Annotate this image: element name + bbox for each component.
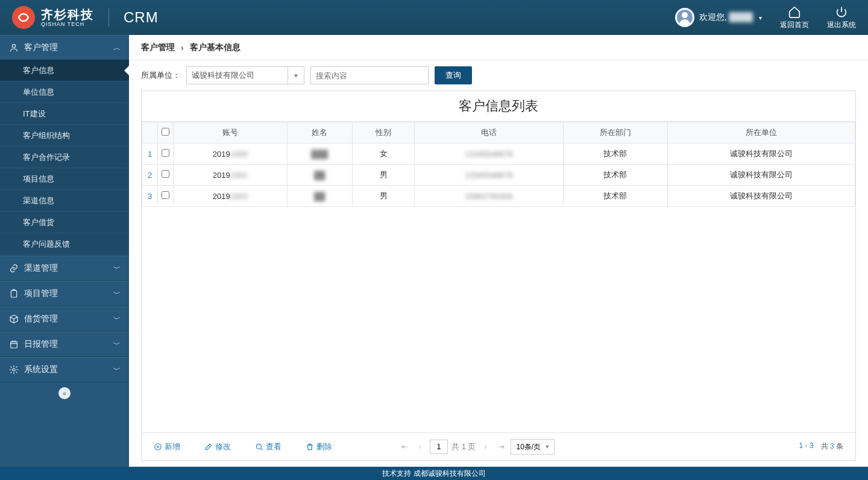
cell-unit: 诚骏科技有限公司 [667, 144, 855, 165]
pager-last[interactable]: ⇥ [495, 441, 507, 453]
row-index: 2 [142, 165, 158, 186]
sidebar-group-channel[interactable]: 渠道管理﹀ [0, 256, 129, 280]
chevron-right-icon: › [181, 43, 184, 52]
cell-name: ███ [287, 144, 352, 165]
double-chevron-left-icon: « [63, 390, 66, 397]
sidebar-group-borrow[interactable]: 借货管理﹀ [0, 307, 129, 331]
sidebar-group-label: 项目管理 [24, 288, 58, 299]
col-unit: 所在单位 [667, 122, 855, 144]
pager: ⇤ ‹ 共 1 页 › ⇥ 10条/页 [398, 439, 555, 455]
breadcrumb-root[interactable]: 客户管理 [141, 42, 175, 53]
search-icon [255, 443, 263, 451]
search-input[interactable] [310, 66, 429, 84]
col-name: 姓名 [287, 122, 352, 144]
home-button[interactable]: 返回首页 [780, 5, 809, 30]
sidebar-item-customer-info[interactable]: 客户信息 [0, 60, 129, 81]
sidebar-item-label: 单位信息 [23, 87, 54, 98]
sidebar-group-label: 日报管理 [24, 339, 58, 350]
logo-separator [108, 8, 109, 27]
svg-point-0 [12, 45, 15, 48]
cell-unit: 诚骏科技有限公司 [667, 165, 855, 186]
pager-pagesize-select[interactable]: 10条/页 [511, 439, 555, 455]
table-row[interactable]: 320191003██男15982760306技术部诚骏科技有限公司 [142, 186, 855, 207]
welcome-dropdown[interactable]: 欢迎您, ████ ▾ [675, 8, 762, 27]
user-icon [8, 43, 19, 52]
pager-page-input[interactable] [430, 440, 448, 454]
logo-text-cn: 齐杉科技 [41, 8, 94, 21]
welcome-prefix: 欢迎您, [699, 12, 727, 22]
sidebar-item-coop-record[interactable]: 客户合作记录 [0, 147, 129, 168]
sidebar-item-label: 客户信息 [23, 65, 54, 76]
sidebar-group-project[interactable]: 项目管理﹀ [0, 282, 129, 306]
add-button[interactable]: 新增 [154, 441, 180, 452]
chevron-down-icon: ﹀ [113, 339, 121, 350]
sidebar-item-label: IT建设 [23, 109, 46, 119]
cell-phone: 13345546678 [415, 165, 563, 186]
filter-toolbar: 所属单位： 诚骏科技有限公司 ▼ 查询 [129, 60, 868, 90]
welcome-username: ████ [729, 12, 753, 22]
sidebar-group-customer[interactable]: 客户管理 ︿ [0, 36, 129, 60]
col-index [142, 122, 158, 144]
sidebar: 客户管理 ︿ 客户信息 单位信息 IT建设 客户组织结构 客户合作记录 项目信息… [0, 35, 129, 467]
cell-name: ██ [287, 165, 352, 186]
box-icon [8, 314, 19, 324]
row-checkbox[interactable] [162, 191, 169, 199]
cell-phone: 15982760306 [415, 186, 563, 207]
clipboard-icon [8, 289, 19, 298]
cell-unit: 诚骏科技有限公司 [667, 186, 855, 207]
home-label: 返回首页 [780, 20, 809, 30]
cell-dept: 技术部 [563, 144, 667, 165]
sidebar-group-label: 系统设置 [24, 364, 58, 375]
sidebar-group-label: 借货管理 [24, 314, 58, 324]
row-index: 3 [142, 186, 158, 207]
cell-account: 20191003 [174, 186, 288, 207]
sidebar-item-label: 客户问题反馈 [23, 239, 70, 250]
sidebar-collapse-button[interactable]: « [58, 387, 71, 399]
sidebar-item-label: 客户合作记录 [23, 152, 70, 163]
table-row[interactable]: 120191005███女13345546678技术部诚骏科技有限公司 [142, 144, 855, 165]
row-checkbox[interactable] [162, 170, 169, 178]
gear-icon [8, 365, 19, 374]
sidebar-item-label: 项目信息 [23, 174, 54, 185]
chevron-down-icon: ▾ [759, 14, 762, 21]
query-button[interactable]: 查询 [435, 66, 472, 84]
svg-point-5 [256, 444, 261, 449]
sidebar-group-label: 渠道管理 [24, 263, 58, 274]
logo-icon [12, 6, 35, 29]
pager-next[interactable]: › [479, 441, 491, 453]
pager-first[interactable]: ⇤ [398, 441, 410, 453]
cell-phone: 13345546678 [415, 144, 563, 165]
sidebar-item-channel-info[interactable]: 渠道信息 [0, 190, 129, 212]
sidebar-item-unit-info[interactable]: 单位信息 [0, 81, 129, 103]
chevron-down-icon: ﹀ [113, 365, 121, 375]
col-checkbox-header [158, 122, 174, 144]
sidebar-group-report[interactable]: 日报管理﹀ [0, 332, 129, 356]
col-phone: 电话 [415, 122, 563, 144]
logout-label: 退出系统 [827, 20, 856, 30]
edit-label: 修改 [215, 441, 231, 452]
unit-select[interactable]: 诚骏科技有限公司 ▼ [186, 66, 304, 84]
sidebar-group-settings[interactable]: 系统设置﹀ [0, 358, 129, 382]
select-all-checkbox[interactable] [162, 128, 169, 136]
delete-button[interactable]: 删除 [306, 441, 332, 452]
sidebar-item-project-info[interactable]: 项目信息 [0, 168, 129, 190]
logout-button[interactable]: 退出系统 [827, 5, 856, 30]
row-index: 1 [142, 144, 158, 165]
edit-button[interactable]: 修改 [204, 441, 231, 452]
pager-prev[interactable]: ‹ [414, 441, 426, 453]
cell-name: ██ [287, 186, 352, 207]
calendar-icon [8, 339, 19, 349]
sidebar-item-feedback[interactable]: 客户问题反馈 [0, 233, 129, 255]
cell-gender: 女 [352, 144, 415, 165]
sidebar-item-org-struct[interactable]: 客户组织结构 [0, 125, 129, 147]
table-row[interactable]: 220191001██男13345546678技术部诚骏科技有限公司 [142, 165, 855, 186]
sidebar-item-label: 渠道信息 [23, 195, 54, 206]
sidebar-item-borrow[interactable]: 客户借货 [0, 212, 129, 233]
chevron-down-icon: ﹀ [113, 314, 121, 324]
row-checkbox[interactable] [162, 149, 169, 157]
delete-label: 删除 [316, 441, 332, 452]
sidebar-item-it-build[interactable]: IT建设 [0, 103, 129, 125]
avatar-icon [675, 8, 694, 27]
power-icon [835, 5, 848, 19]
view-button[interactable]: 查看 [255, 441, 281, 452]
